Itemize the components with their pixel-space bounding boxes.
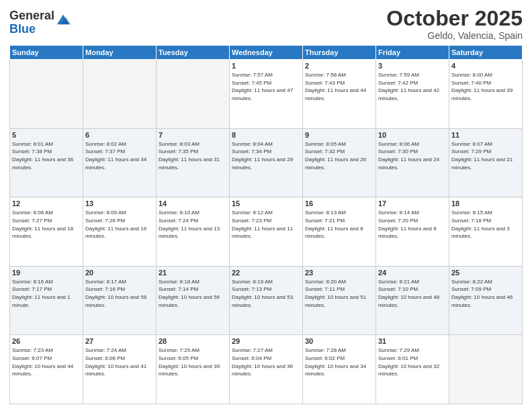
day-info: Sunrise: 8:07 AM Sunset: 7:29 PM Dayligh… <box>451 140 520 171</box>
day-number: 1 <box>232 62 300 70</box>
day-number: 18 <box>451 199 520 208</box>
day-number: 23 <box>305 269 373 277</box>
day-number: 8 <box>232 131 300 139</box>
day-number: 13 <box>85 199 154 208</box>
calendar-cell: 21Sunrise: 8:18 AM Sunset: 7:14 PM Dayli… <box>157 266 230 335</box>
day-number: 6 <box>85 131 154 139</box>
day-info: Sunrise: 7:24 AM Sunset: 6:06 PM Dayligh… <box>85 347 154 377</box>
day-info: Sunrise: 7:25 AM Sunset: 6:05 PM Dayligh… <box>159 347 227 377</box>
calendar-cell: 31Sunrise: 7:29 AM Sunset: 6:01 PM Dayli… <box>376 335 449 404</box>
day-info: Sunrise: 7:28 AM Sunset: 6:02 PM Dayligh… <box>305 347 373 377</box>
day-number: 22 <box>232 269 300 277</box>
calendar-cell: 14Sunrise: 8:10 AM Sunset: 7:24 PM Dayli… <box>157 197 230 267</box>
calendar-cell: 2Sunrise: 7:58 AM Sunset: 7:43 PM Daylig… <box>303 60 376 129</box>
calendar-cell <box>83 60 157 129</box>
th-saturday: Saturday <box>449 46 523 60</box>
calendar-row-2: 5Sunrise: 8:01 AM Sunset: 7:38 PM Daylig… <box>10 128 523 197</box>
calendar-cell: 11Sunrise: 8:07 AM Sunset: 7:29 PM Dayli… <box>449 128 523 197</box>
calendar-cell: 4Sunrise: 8:00 AM Sunset: 7:40 PM Daylig… <box>449 60 523 129</box>
calendar-cell: 10Sunrise: 8:06 AM Sunset: 7:30 PM Dayli… <box>376 128 449 197</box>
calendar-table: Sunday Monday Tuesday Wednesday Thursday… <box>9 45 523 404</box>
day-number: 10 <box>378 131 447 139</box>
calendar-cell: 3Sunrise: 7:59 AM Sunset: 7:42 PM Daylig… <box>376 60 449 129</box>
calendar-cell: 7Sunrise: 8:03 AM Sunset: 7:35 PM Daylig… <box>157 128 230 197</box>
day-info: Sunrise: 8:18 AM Sunset: 7:14 PM Dayligh… <box>159 278 227 309</box>
day-number: 31 <box>378 337 447 345</box>
title-block: October 2025 Geldo, Valencia, Spain <box>386 7 523 41</box>
calendar-cell: 27Sunrise: 7:24 AM Sunset: 6:06 PM Dayli… <box>83 335 157 404</box>
calendar-cell: 13Sunrise: 8:09 AM Sunset: 7:26 PM Dayli… <box>83 197 157 267</box>
calendar-cell: 18Sunrise: 8:15 AM Sunset: 7:18 PM Dayli… <box>449 197 523 267</box>
day-number: 14 <box>159 199 227 208</box>
day-number: 19 <box>12 269 81 277</box>
calendar-cell: 24Sunrise: 8:21 AM Sunset: 7:10 PM Dayli… <box>376 266 449 335</box>
day-info: Sunrise: 8:22 AM Sunset: 7:09 PM Dayligh… <box>451 278 520 309</box>
th-thursday: Thursday <box>303 46 376 60</box>
logo-icon <box>56 12 71 27</box>
calendar-row-3: 12Sunrise: 8:08 AM Sunset: 7:27 PM Dayli… <box>10 197 523 267</box>
calendar-cell <box>449 335 523 404</box>
calendar-row-1: 1Sunrise: 7:57 AM Sunset: 7:45 PM Daylig… <box>10 60 523 129</box>
calendar-cell <box>10 60 83 129</box>
calendar-cell: 1Sunrise: 7:57 AM Sunset: 7:45 PM Daylig… <box>230 60 303 129</box>
calendar-cell: 16Sunrise: 8:13 AM Sunset: 7:21 PM Dayli… <box>303 197 376 267</box>
day-info: Sunrise: 8:15 AM Sunset: 7:18 PM Dayligh… <box>451 209 520 240</box>
day-number: 2 <box>305 62 373 70</box>
calendar-title: October 2025 <box>386 7 523 30</box>
day-info: Sunrise: 7:59 AM Sunset: 7:42 PM Dayligh… <box>378 71 447 102</box>
day-number: 11 <box>451 131 520 139</box>
calendar-subtitle: Geldo, Valencia, Spain <box>386 30 523 41</box>
day-number: 29 <box>232 337 300 345</box>
day-info: Sunrise: 7:23 AM Sunset: 6:07 PM Dayligh… <box>12 347 81 377</box>
day-info: Sunrise: 7:27 AM Sunset: 6:04 PM Dayligh… <box>232 347 300 377</box>
day-info: Sunrise: 8:02 AM Sunset: 7:37 PM Dayligh… <box>85 140 154 171</box>
day-info: Sunrise: 8:16 AM Sunset: 7:17 PM Dayligh… <box>12 278 81 309</box>
day-info: Sunrise: 8:10 AM Sunset: 7:24 PM Dayligh… <box>159 209 227 240</box>
day-number: 15 <box>232 199 300 208</box>
calendar-cell: 22Sunrise: 8:19 AM Sunset: 7:13 PM Dayli… <box>230 266 303 335</box>
day-info: Sunrise: 7:58 AM Sunset: 7:43 PM Dayligh… <box>305 71 373 102</box>
day-number: 16 <box>305 199 373 208</box>
day-info: Sunrise: 8:13 AM Sunset: 7:21 PM Dayligh… <box>305 209 373 240</box>
calendar-cell: 23Sunrise: 8:20 AM Sunset: 7:11 PM Dayli… <box>303 266 376 335</box>
day-info: Sunrise: 7:29 AM Sunset: 6:01 PM Dayligh… <box>378 347 447 377</box>
day-info: Sunrise: 8:19 AM Sunset: 7:13 PM Dayligh… <box>232 278 300 309</box>
calendar-cell: 12Sunrise: 8:08 AM Sunset: 7:27 PM Dayli… <box>10 197 83 267</box>
calendar-cell: 6Sunrise: 8:02 AM Sunset: 7:37 PM Daylig… <box>83 128 157 197</box>
day-number: 21 <box>159 269 227 277</box>
day-info: Sunrise: 8:20 AM Sunset: 7:11 PM Dayligh… <box>305 278 373 309</box>
calendar-cell: 17Sunrise: 8:14 AM Sunset: 7:20 PM Dayli… <box>376 197 449 267</box>
calendar-cell: 5Sunrise: 8:01 AM Sunset: 7:38 PM Daylig… <box>10 128 83 197</box>
day-number: 26 <box>12 337 81 345</box>
day-number: 25 <box>451 269 520 277</box>
day-info: Sunrise: 7:57 AM Sunset: 7:45 PM Dayligh… <box>232 71 300 102</box>
day-info: Sunrise: 8:01 AM Sunset: 7:38 PM Dayligh… <box>12 140 81 171</box>
day-number: 24 <box>378 269 447 277</box>
calendar-cell: 28Sunrise: 7:25 AM Sunset: 6:05 PM Dayli… <box>157 335 230 404</box>
day-info: Sunrise: 8:03 AM Sunset: 7:35 PM Dayligh… <box>159 140 227 171</box>
day-number: 9 <box>305 131 373 139</box>
calendar-row-4: 19Sunrise: 8:16 AM Sunset: 7:17 PM Dayli… <box>10 266 523 335</box>
day-number: 20 <box>85 269 154 277</box>
th-friday: Friday <box>376 46 449 60</box>
calendar-page: General Blue October 2025 Geldo, Valenci… <box>0 0 532 411</box>
day-info: Sunrise: 8:06 AM Sunset: 7:30 PM Dayligh… <box>378 140 447 171</box>
day-number: 17 <box>378 199 447 208</box>
day-number: 7 <box>159 131 227 139</box>
day-info: Sunrise: 8:09 AM Sunset: 7:26 PM Dayligh… <box>85 209 154 240</box>
day-number: 12 <box>12 199 81 208</box>
th-sunday: Sunday <box>10 46 83 60</box>
calendar-cell: 9Sunrise: 8:05 AM Sunset: 7:32 PM Daylig… <box>303 128 376 197</box>
day-info: Sunrise: 8:00 AM Sunset: 7:40 PM Dayligh… <box>451 71 520 102</box>
day-number: 27 <box>85 337 154 345</box>
header-row: Sunday Monday Tuesday Wednesday Thursday… <box>10 46 523 60</box>
calendar-cell: 29Sunrise: 7:27 AM Sunset: 6:04 PM Dayli… <box>230 335 303 404</box>
day-number: 4 <box>451 62 520 70</box>
day-number: 30 <box>305 337 373 345</box>
day-number: 5 <box>12 131 81 139</box>
day-info: Sunrise: 8:05 AM Sunset: 7:32 PM Dayligh… <box>305 140 373 171</box>
logo: General Blue <box>9 9 71 36</box>
calendar-cell: 8Sunrise: 8:04 AM Sunset: 7:34 PM Daylig… <box>230 128 303 197</box>
calendar-cell <box>157 60 230 129</box>
calendar-cell: 30Sunrise: 7:28 AM Sunset: 6:02 PM Dayli… <box>303 335 376 404</box>
